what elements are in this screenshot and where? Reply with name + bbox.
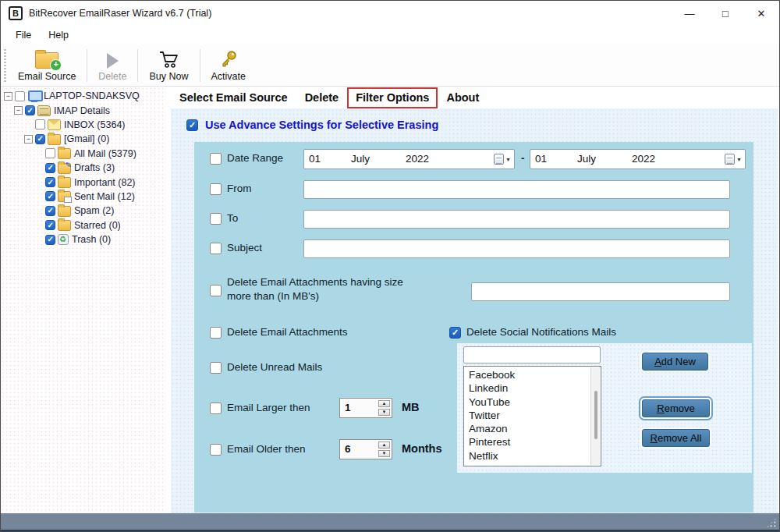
activate-button[interactable]: Activate	[204, 47, 254, 83]
tree-label[interactable]: LAPTOP-SNDAKSVQ	[44, 90, 140, 101]
date-from-month[interactable]: July	[351, 153, 370, 165]
tree-item-important-82[interactable]: Important (82)	[1, 175, 166, 189]
social-listbox[interactable]: FacebookLinkedinYouTubeTwitterAmazonPint…	[463, 366, 601, 466]
delete-attachments-checkbox[interactable]	[210, 327, 222, 339]
tree-item-drafts-3[interactable]: Drafts (3)	[1, 161, 166, 175]
toolbar-grip[interactable]	[4, 49, 6, 82]
spin-down-icon[interactable]: ▼	[378, 409, 390, 416]
tree-checkbox[interactable]	[45, 148, 55, 158]
tree-label[interactable]: Drafts (3)	[74, 162, 115, 173]
tab-delete[interactable]: Delete	[296, 87, 348, 108]
menu-file[interactable]: File	[7, 27, 40, 43]
list-item-youtube[interactable]: YouTube	[469, 395, 590, 409]
subject-input[interactable]	[303, 239, 730, 258]
date-to-year[interactable]: 2022	[632, 153, 655, 165]
date-to-month[interactable]: July	[577, 153, 596, 165]
list-item-linkedin[interactable]: Linkedin	[469, 381, 590, 395]
add-new-button[interactable]: Add New	[642, 353, 708, 371]
from-checkbox[interactable]	[210, 183, 222, 195]
scrollbar-thumb[interactable]	[594, 391, 597, 439]
spin-up-icon[interactable]: ▲	[378, 442, 390, 449]
tree-item-sent-mail-12[interactable]: Sent Mail (12)	[1, 190, 166, 204]
collapse-icon[interactable]: −	[24, 135, 33, 144]
tab-filter-options[interactable]: Filter Options	[347, 87, 438, 108]
resize-grip[interactable]	[766, 517, 777, 528]
tree-label[interactable]: Starred (0)	[74, 220, 121, 231]
attachment-size-input[interactable]	[471, 282, 730, 301]
list-item-amazon[interactable]: Amazon	[469, 422, 590, 435]
close-button[interactable]: ✕	[743, 1, 779, 26]
date-from-picker[interactable]: 01 July 2022 ▼	[303, 149, 515, 169]
delete-unread-checkbox[interactable]	[210, 362, 222, 374]
social-add-input[interactable]	[463, 346, 601, 364]
to-input[interactable]	[303, 210, 730, 229]
maximize-button[interactable]: □	[707, 1, 743, 26]
list-item-twitter[interactable]: Twitter	[469, 409, 590, 422]
tree-checkbox[interactable]	[45, 163, 55, 173]
list-item-pinterest[interactable]: Pinterest	[469, 435, 590, 449]
email-older-spinner[interactable]: 6 ▲ ▼	[339, 439, 392, 459]
from-input[interactable]	[303, 180, 730, 199]
email-older-value[interactable]: 6	[345, 443, 351, 455]
to-checkbox[interactable]	[210, 213, 222, 225]
tree-item-trash-0[interactable]: Trash (0)	[1, 232, 166, 246]
tree-label[interactable]: All Mail (5379)	[74, 148, 136, 159]
tree-item-spam-2[interactable]: Spam (2)	[1, 204, 166, 218]
remove-button[interactable]: Remove	[642, 399, 710, 417]
calendar-icon[interactable]	[725, 154, 735, 165]
tree-checkbox[interactable]	[15, 91, 25, 101]
listbox-scrollbar[interactable]	[590, 367, 600, 465]
tree-checkbox[interactable]	[45, 206, 55, 216]
tree-checkbox[interactable]	[35, 119, 45, 129]
minimize-button[interactable]: —	[672, 1, 707, 26]
tree-label[interactable]: Trash (0)	[72, 234, 111, 245]
advance-settings-checkbox[interactable]	[186, 119, 198, 131]
date-from-year[interactable]: 2022	[406, 153, 429, 165]
email-older-checkbox[interactable]	[210, 444, 222, 456]
attachment-size-checkbox[interactable]	[210, 285, 222, 296]
subject-checkbox[interactable]	[210, 243, 222, 254]
tree-item-imap-details[interactable]: −IMAP Details	[1, 103, 166, 117]
list-item-facebook[interactable]: Facebook	[469, 368, 590, 381]
date-from-day[interactable]: 01	[309, 153, 321, 165]
tree-checkbox[interactable]	[35, 134, 45, 144]
remove-all-button[interactable]: Remove All	[642, 429, 710, 447]
spin-up-icon[interactable]: ▲	[378, 400, 390, 407]
tree-label[interactable]: Spam (2)	[74, 205, 114, 216]
tree-label[interactable]: Important (82)	[74, 177, 136, 188]
chevron-down-icon[interactable]: ▼	[505, 157, 511, 162]
tree-checkbox[interactable]	[25, 105, 35, 115]
date-range-checkbox[interactable]	[210, 153, 222, 165]
delete-button[interactable]: Delete	[90, 47, 134, 83]
tree-label[interactable]: INBOX (5364)	[64, 119, 126, 130]
tree-item-starred-0[interactable]: Starred (0)	[1, 218, 166, 232]
tree-label[interactable]: [Gmail] (0)	[64, 133, 109, 144]
tree-label[interactable]: IMAP Details	[54, 105, 110, 116]
tree-checkbox[interactable]	[45, 220, 55, 230]
calendar-icon[interactable]	[494, 154, 504, 165]
tree-checkbox[interactable]	[45, 177, 55, 187]
menu-help[interactable]: Help	[40, 27, 77, 43]
collapse-icon[interactable]: −	[4, 92, 12, 101]
email-source-button[interactable]: Email Source	[10, 48, 83, 83]
email-larger-checkbox[interactable]	[210, 403, 222, 414]
tree-item-gmail-0[interactable]: −[Gmail] (0)	[1, 132, 166, 146]
email-larger-spinner[interactable]: 1 ▲ ▼	[339, 398, 392, 418]
tab-about[interactable]: About	[438, 87, 488, 108]
tree-item-all-mail-5379[interactable]: All Mail (5379)	[1, 147, 166, 161]
chevron-down-icon[interactable]: ▼	[736, 157, 742, 162]
date-to-day[interactable]: 01	[535, 153, 547, 165]
list-item-netflix[interactable]: Netflix	[469, 449, 590, 463]
tab-select-email-source[interactable]: Select Email Source	[171, 87, 296, 108]
spin-down-icon[interactable]: ▼	[378, 450, 390, 457]
collapse-icon[interactable]: −	[14, 106, 23, 115]
email-larger-value[interactable]: 1	[345, 402, 351, 413]
tree-checkbox[interactable]	[45, 235, 55, 245]
tree-label[interactable]: Sent Mail (12)	[74, 191, 135, 202]
tree-item-inbox-5364[interactable]: INBOX (5364)	[1, 118, 166, 132]
buy-now-button[interactable]: Buy Now	[141, 47, 196, 83]
tree-item-laptop-sndaksvq[interactable]: −LAPTOP-SNDAKSVQ	[1, 89, 166, 103]
tree-checkbox[interactable]	[45, 191, 55, 201]
date-to-picker[interactable]: 01 July 2022 ▼	[530, 149, 746, 169]
social-checkbox[interactable]	[449, 327, 461, 339]
